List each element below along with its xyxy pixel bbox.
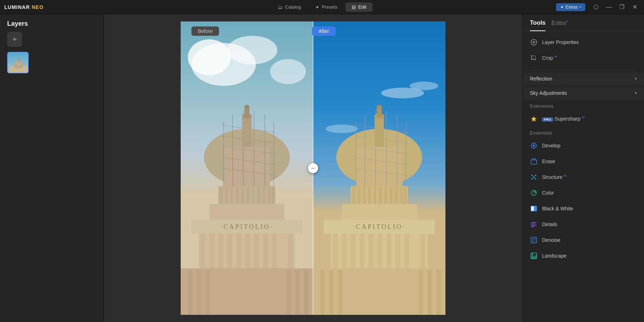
- svg-line-131: [532, 175, 534, 177]
- denoise-icon: [530, 236, 538, 244]
- image-after: ·CAPITOLIO·: [313, 21, 445, 315]
- after-scene-svg: ·CAPITOLIO·: [313, 21, 445, 315]
- before-after-container: ·CAPITOLIO·: [181, 21, 445, 315]
- titlebar: LUMINAR NEO 🗂 Catalog ✦ Presets ⊟ Edit ✦…: [0, 0, 644, 14]
- svg-line-133: [532, 177, 534, 179]
- svg-rect-109: [419, 270, 423, 315]
- svg-rect-43: [245, 233, 250, 268]
- tool-reflection[interactable]: Reflection ▾: [523, 72, 644, 86]
- tool-supersharp[interactable]: PRO SupersharpAI: [523, 111, 644, 127]
- tool-structure[interactable]: StructureAI: [523, 169, 644, 185]
- svg-rect-83: [369, 187, 371, 204]
- svg-line-134: [534, 177, 536, 179]
- share-button[interactable]: ⬡: [591, 2, 601, 12]
- image-before: ·CAPITOLIO·: [181, 21, 313, 315]
- structure-label: StructureAI: [542, 174, 637, 180]
- svg-rect-42: [236, 233, 241, 268]
- svg-rect-140: [531, 224, 535, 224]
- svg-rect-110: [428, 270, 432, 315]
- develop-label: Develop: [542, 143, 637, 148]
- svg-rect-95: [351, 233, 356, 268]
- structure-ai: AI: [564, 174, 567, 177]
- svg-rect-139: [531, 222, 537, 223]
- layer-properties-icon: [530, 38, 538, 46]
- tool-black-white[interactable]: Black & White: [523, 201, 644, 216]
- svg-rect-107: [329, 270, 333, 315]
- svg-point-9: [227, 36, 277, 64]
- svg-rect-141: [531, 225, 537, 226]
- tool-details[interactable]: Details: [523, 216, 644, 232]
- essentials-header: Essentials: [523, 127, 644, 138]
- svg-rect-45: [263, 233, 268, 268]
- pro-badge: PRO: [542, 117, 553, 122]
- extras-button[interactable]: ✦ Extras •: [556, 3, 585, 11]
- main-tools-section: Layer Properties CropAI: [523, 31, 644, 69]
- divider-handle[interactable]: [308, 163, 318, 173]
- svg-point-5: [18, 58, 20, 59]
- tab-tools[interactable]: Tools: [530, 19, 546, 31]
- after-label[interactable]: After: [312, 26, 336, 36]
- svg-marker-118: [531, 116, 537, 122]
- bw-label: Black & White: [542, 206, 637, 211]
- plus-icon: +: [13, 35, 17, 44]
- svg-point-115: [377, 105, 382, 108]
- svg-rect-106: [320, 270, 325, 315]
- before-label[interactable]: Before: [191, 26, 219, 36]
- maximize-button[interactable]: ❐: [617, 2, 627, 12]
- svg-rect-53: [206, 270, 210, 315]
- svg-rect-55: [295, 270, 299, 315]
- svg-point-117: [533, 42, 535, 43]
- svg-rect-35: [272, 187, 274, 204]
- svg-rect-82: [363, 187, 365, 204]
- svg-rect-33: [263, 187, 265, 204]
- svg-rect-87: [390, 187, 392, 204]
- layers-panel: Layers +: [0, 14, 104, 322]
- svg-rect-125: [531, 160, 537, 164]
- reflection-chevron: ▾: [635, 76, 637, 81]
- tools-panel: Tools Edits• Layer Properties: [522, 14, 644, 322]
- structure-icon: [530, 173, 538, 181]
- tools-tabs: Tools Edits•: [523, 14, 644, 31]
- svg-text:·CAPITOLIO·: ·CAPITOLIO·: [353, 223, 406, 230]
- extras-dot: •: [580, 5, 581, 10]
- close-button[interactable]: ✕: [630, 2, 640, 12]
- svg-rect-38: [200, 233, 205, 268]
- svg-rect-84: [374, 187, 376, 204]
- crop-icon: [530, 54, 538, 62]
- svg-rect-67: [356, 147, 402, 190]
- svg-rect-3: [16, 62, 21, 66]
- tool-denoise[interactable]: Denoise: [523, 232, 644, 248]
- svg-rect-32: [258, 187, 260, 204]
- layer-thumbnail[interactable]: [7, 52, 29, 73]
- svg-rect-147: [534, 240, 536, 242]
- svg-rect-144: [532, 238, 533, 240]
- presets-icon: ✦: [315, 4, 319, 10]
- svg-rect-142: [531, 226, 535, 227]
- svg-rect-28: [236, 187, 238, 204]
- svg-rect-26: [225, 187, 228, 204]
- tool-crop[interactable]: CropAI: [523, 50, 644, 66]
- landscape-icon: [530, 252, 538, 260]
- nav-presets[interactable]: ✦ Presets: [309, 3, 344, 12]
- minimize-button[interactable]: —: [604, 2, 614, 12]
- svg-rect-31: [252, 187, 254, 204]
- svg-rect-80: [352, 187, 355, 204]
- svg-point-120: [533, 145, 535, 147]
- catalog-icon: 🗂: [278, 4, 283, 10]
- layer-properties-label: Layer Properties: [542, 39, 637, 45]
- nav-edit[interactable]: ⊟ Edit: [345, 3, 372, 12]
- tool-landscape[interactable]: Landscape: [523, 248, 644, 264]
- layers-title: Layers: [0, 14, 103, 32]
- add-layer-button[interactable]: +: [7, 32, 22, 47]
- tool-develop[interactable]: Develop: [523, 138, 644, 153]
- tool-color[interactable]: Color: [523, 185, 644, 201]
- nav-catalog[interactable]: 🗂 Catalog: [271, 3, 307, 12]
- titlebar-right: ✦ Extras • ⬡ — ❐ ✕: [556, 2, 640, 12]
- tool-erase[interactable]: Erase: [523, 153, 644, 169]
- tool-sky-adjustments[interactable]: Sky Adjustments ▾: [523, 86, 644, 100]
- svg-rect-12: [224, 147, 270, 190]
- tab-edits[interactable]: Edits•: [551, 19, 567, 31]
- supersharp-label: PRO SupersharpAI: [542, 116, 637, 122]
- svg-point-64: [326, 125, 358, 133]
- tool-layer-properties[interactable]: Layer Properties: [523, 34, 644, 50]
